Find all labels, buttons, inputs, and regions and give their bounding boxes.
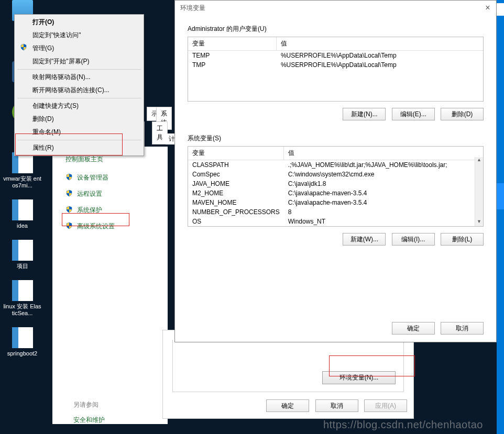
menu-rename[interactable]: 重命名(M): [16, 126, 143, 139]
shield-icon: [65, 173, 73, 181]
sys-vars-table-wrap: 变量 值 CLASSPATH.;%JAVA_HOME%\lib\dt.jar;%…: [188, 146, 484, 227]
apply-button[interactable]: 应用(A): [364, 399, 407, 412]
dialog-titlebar: 环境变量 ×: [175, 1, 496, 15]
var-value: %USERPROFILE%\AppData\Local\Temp: [277, 51, 483, 61]
table-row[interactable]: TEMP%USERPROFILE%\AppData\Local\Temp: [188, 51, 483, 61]
var-name: OS: [188, 217, 284, 226]
col-variable[interactable]: 变量: [188, 147, 284, 160]
table-row[interactable]: MAVEN_HOMEC:\java\apache-maven-3.5.4: [188, 198, 483, 207]
desktop-icon-idea[interactable]: idea: [3, 199, 42, 229]
var-value: .;%JAVA_HOME%\lib\dt.jar;%JAVA_HOME%\lib…: [284, 160, 483, 170]
menu-properties[interactable]: 属性(R): [16, 141, 143, 154]
separator: [17, 140, 141, 140]
link-advanced[interactable]: 高级系统设置: [65, 222, 144, 231]
ok-button[interactable]: 确定: [266, 399, 309, 412]
control-panel-links: 控制面板主页 设备管理器 远程设置 系统保护 高级系统设置: [65, 155, 144, 238]
doc-icon: [12, 280, 33, 301]
cancel-button[interactable]: 取消: [315, 399, 358, 412]
edge-fragment: [497, 3, 504, 16]
user-vars-table-wrap: 变量 值 TEMP%USERPROFILE%\AppData\Local\Tem…: [188, 37, 484, 102]
dialog-title: 环境变量: [180, 4, 205, 12]
table-row[interactable]: NUMBER_OF_PROCESSORS8: [188, 207, 483, 217]
var-value: Windows_NT: [284, 217, 483, 226]
var-name: JAVA_HOME: [188, 179, 284, 188]
var-name: M2_HOME: [188, 188, 284, 198]
dialog-buttons: 确定 取消 应用(A): [262, 399, 407, 412]
right-edge: [497, 0, 504, 434]
col-value[interactable]: 值: [284, 147, 483, 160]
delete-user-var-button[interactable]: 删除(D): [441, 108, 484, 120]
shield-icon: [20, 43, 27, 51]
var-name: MAVEN_HOME: [188, 198, 284, 207]
var-value: %USERPROFILE%\AppData\Local\Temp: [277, 60, 483, 70]
link-protection[interactable]: 系统保护: [65, 206, 144, 215]
user-variables-group: Administrator 的用户变量(U) 变量 值 TEMP%USERPRO…: [175, 15, 496, 125]
edit-sys-var-button[interactable]: 编辑(I)...: [392, 233, 435, 246]
desktop-icon-project[interactable]: 项目: [3, 240, 42, 270]
table-row[interactable]: TMP%USERPROFILE%\AppData\Local\Temp: [188, 60, 483, 70]
see-also-title: 另请参阅: [73, 400, 105, 409]
scroll-down-icon[interactable]: ▼: [475, 219, 483, 226]
menu-manage[interactable]: 管理(G): [16, 42, 143, 55]
table-row[interactable]: M2_HOMEC:\java\apache-maven-3.5.4: [188, 188, 483, 198]
dialog-footer-buttons: 确定 取消: [388, 322, 484, 335]
context-menu: 打开(O) 固定到"快速访问" 管理(G) 固定到"开始"屏幕(P) 映射网络驱…: [14, 14, 144, 156]
desktop-icon-linux[interactable]: linux 安装 ElasticSea...: [3, 280, 42, 317]
link-device-manager[interactable]: 设备管理器: [65, 173, 144, 182]
doc-icon: [12, 240, 33, 261]
separator: [17, 69, 141, 70]
menu-open[interactable]: 打开(O): [16, 16, 143, 29]
environment-variables-button[interactable]: 环境变量(N)...: [322, 371, 396, 384]
menu-shortcut[interactable]: 创建快捷方式(S): [16, 99, 143, 113]
edit-user-var-button[interactable]: 编辑(E)...: [392, 108, 435, 120]
user-vars-label: Administrator 的用户变量(U): [188, 25, 484, 34]
menu-delete[interactable]: 删除(D): [16, 113, 143, 126]
var-name: NUMBER_OF_PROCESSORS: [188, 207, 284, 217]
sys-vars-table[interactable]: 变量 值 CLASSPATH.;%JAVA_HOME%\lib\dt.jar;%…: [188, 147, 483, 226]
sys-vars-buttons: 新建(W)... 编辑(I)... 删除(L): [188, 233, 484, 246]
var-name: TMP: [188, 60, 277, 70]
menu-map-drive[interactable]: 映射网络驱动器(N)...: [16, 71, 143, 84]
separator: [17, 98, 141, 98]
link-remote[interactable]: 远程设置: [65, 190, 144, 198]
control-panel-home[interactable]: 控制面板主页: [65, 155, 144, 164]
system-variables-group: 系统变量(S) 变量 值 CLASSPATH.;%JAVA_HOME%\lib\…: [175, 125, 496, 250]
var-name: ComSpec: [188, 170, 284, 179]
var-name: TEMP: [188, 51, 277, 61]
edge-fragment: [497, 183, 504, 209]
menu-pin-start[interactable]: 固定到"开始"屏幕(P): [16, 55, 143, 68]
cancel-button[interactable]: 取消: [441, 322, 484, 335]
scrollbar[interactable]: ▲ ▼: [475, 157, 483, 226]
sys-vars-label: 系统变量(S): [188, 134, 484, 143]
shield-icon: [65, 222, 73, 229]
menu-pin-quick[interactable]: 固定到"快速访问": [16, 29, 143, 42]
link-security-maintenance[interactable]: 安全和维护: [73, 416, 105, 425]
user-vars-table[interactable]: 变量 值 TEMP%USERPROFILE%\AppData\Local\Tem…: [188, 37, 483, 101]
col-value[interactable]: 值: [277, 37, 483, 51]
new-user-var-button[interactable]: 新建(N)...: [343, 108, 386, 120]
delete-sys-var-button[interactable]: 删除(L): [441, 233, 484, 246]
desktop-icon-vmware[interactable]: vmwar安装 entos7mi...: [3, 152, 42, 189]
var-value: C:\windows\system32\cmd.exe: [284, 170, 483, 179]
desktop-icon-springboot[interactable]: springboot2: [3, 327, 42, 357]
shield-icon: [65, 190, 73, 197]
table-row[interactable]: ComSpecC:\windows\system32\cmd.exe: [188, 170, 483, 179]
ok-button[interactable]: 确定: [392, 322, 435, 335]
new-sys-var-button[interactable]: 新建(W)...: [343, 233, 386, 246]
table-row[interactable]: CLASSPATH.;%JAVA_HOME%\lib\dt.jar;%JAVA_…: [188, 160, 483, 170]
environment-variables-dialog: 环境变量 × Administrator 的用户变量(U) 变量 值 TEMP%…: [174, 0, 497, 342]
scroll-up-icon[interactable]: ▲: [475, 157, 483, 164]
table-row[interactable]: JAVA_HOMEC:\java\jdk1.8: [188, 179, 483, 188]
system-properties-dialog: 环境变量(N)... 确定 取消 应用(A): [162, 330, 414, 419]
col-variable[interactable]: 变量: [188, 37, 277, 51]
var-value: C:\java\apache-maven-3.5.4: [284, 198, 483, 207]
var-value: 8: [284, 207, 483, 217]
var-value: C:\java\jdk1.8: [284, 179, 483, 188]
table-row[interactable]: OSWindows_NT: [188, 217, 483, 226]
var-value: C:\java\apache-maven-3.5.4: [284, 188, 483, 198]
close-icon[interactable]: ×: [483, 3, 493, 13]
menu-disconnect[interactable]: 断开网络驱动器的连接(C)...: [16, 84, 143, 97]
doc-icon: [12, 199, 33, 220]
shield-icon: [65, 206, 73, 213]
var-name: CLASSPATH: [188, 160, 284, 170]
